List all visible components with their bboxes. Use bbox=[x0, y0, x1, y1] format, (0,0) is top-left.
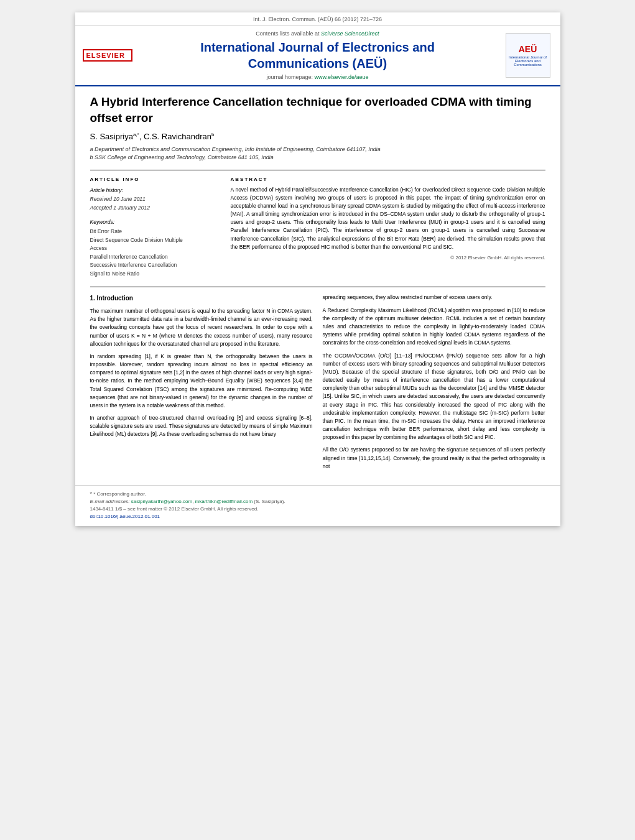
authors: S. Sasipriyaa,*, C.S. Ravichandranb bbox=[90, 132, 545, 141]
section1r-para4: All the O/O systems proposed so far are … bbox=[323, 446, 545, 471]
journal-logo-block: AEÜ International Journal of Electronics… bbox=[503, 30, 553, 80]
affiliation-b: b SSK College of Engineering and Technol… bbox=[90, 154, 545, 162]
section1r-para3: The OCDMA/OCDMA (O/O) [11–13] PN/OCDMA (… bbox=[323, 352, 545, 442]
journal-reference: Int. J. Electron. Commun. (AEÜ) 66 (2012… bbox=[75, 12, 560, 25]
issn-line: 1434-8411 1/$ – see front matter © 2012 … bbox=[90, 506, 545, 512]
keyword-2: Direct Sequence Code Division Multiple bbox=[90, 236, 221, 245]
received-date: Received 10 June 2011 bbox=[90, 195, 221, 203]
body-right-column: spreading sequences, they allow restrict… bbox=[323, 293, 545, 474]
affiliation-a: a Department of Electronics and Communic… bbox=[90, 145, 545, 154]
keyword-1: Bit Error Rate bbox=[90, 228, 221, 236]
article-history: Article history: Received 10 June 2011 A… bbox=[90, 186, 221, 213]
section-divider bbox=[90, 287, 545, 287]
keyword-3: Parallel Interference Cancellation bbox=[90, 253, 221, 262]
keyword-2b: Access bbox=[90, 244, 221, 253]
article-info-label: ARTICLE INFO bbox=[90, 177, 221, 182]
section1-para3: In another approach of tree-structured c… bbox=[90, 414, 313, 439]
page: Int. J. Electron. Commun. (AEÜ) 66 (2012… bbox=[75, 12, 560, 526]
elsevier-branding: ELSEVIER bbox=[83, 30, 132, 80]
section1r-para2: A Reduced Complexity Maximum Likelihood … bbox=[323, 307, 545, 348]
body-columns: 1. Introduction The maximum number of or… bbox=[90, 293, 545, 474]
body-left-column: 1. Introduction The maximum number of or… bbox=[90, 293, 313, 474]
main-content: A Hybrid Interference Cancellation techn… bbox=[75, 86, 560, 485]
info-abstract-section: ARTICLE INFO Article history: Received 1… bbox=[90, 170, 545, 279]
journal-logo: AEÜ International Journal of Electronics… bbox=[506, 33, 550, 78]
affiliations: a Department of Electronics and Communic… bbox=[90, 145, 545, 162]
abstract-column: ABSTRACT A novel method of Hybrid Parall… bbox=[231, 177, 545, 279]
elsevier-logo: ELSEVIER bbox=[83, 49, 132, 62]
sciverse-line: Contents lists available at SciVerse Sci… bbox=[137, 30, 498, 37]
article-title: A Hybrid Interference Cancellation techn… bbox=[90, 94, 545, 126]
keyword-5: Signal to Noise Ratio bbox=[90, 270, 221, 279]
keywords-section: Keywords: Bit Error Rate Direct Sequence… bbox=[90, 219, 221, 279]
keyword-4: Successive Interference Cancellation bbox=[90, 261, 221, 270]
accepted-date: Accepted 1 January 2012 bbox=[90, 203, 221, 212]
section1-para1: The maximum number of orthogonal users i… bbox=[90, 307, 313, 348]
abstract-label: ABSTRACT bbox=[231, 177, 545, 182]
section1-heading: 1. Introduction bbox=[90, 293, 313, 303]
keywords-label: Keywords: bbox=[90, 219, 221, 225]
copyright: © 2012 Elsevier GmbH. All rights reserve… bbox=[231, 255, 545, 261]
journal-title: International Journal of Electronics and… bbox=[137, 39, 498, 72]
article-info-column: ARTICLE INFO Article history: Received 1… bbox=[90, 177, 221, 279]
doi-line: doi:10.1016/j.aeue.2012.01.001 bbox=[90, 514, 545, 519]
journal-ref-text: Int. J. Electron. Commun. (AEÜ) 66 (2012… bbox=[253, 16, 382, 22]
section1-para2: In random spreading [1], if K is greater… bbox=[90, 353, 313, 410]
page-footer: * * Corresponding author. E-mail address… bbox=[75, 485, 560, 526]
corresponding-author-note: * * Corresponding author. bbox=[90, 491, 545, 497]
email-line: E-mail addresses: sasipriyakarthi@yahoo.… bbox=[90, 499, 545, 504]
section1r-para1: spreading sequences, they allow restrict… bbox=[323, 293, 545, 302]
journal-header: ELSEVIER Contents lists available at Sci… bbox=[75, 25, 560, 86]
journal-homepage: journal homepage: www.elsevier.de/aeue bbox=[137, 74, 498, 80]
journal-title-block: Contents lists available at SciVerse Sci… bbox=[137, 30, 498, 80]
abstract-text: A novel method of Hybrid Parallel/Succes… bbox=[231, 186, 545, 251]
